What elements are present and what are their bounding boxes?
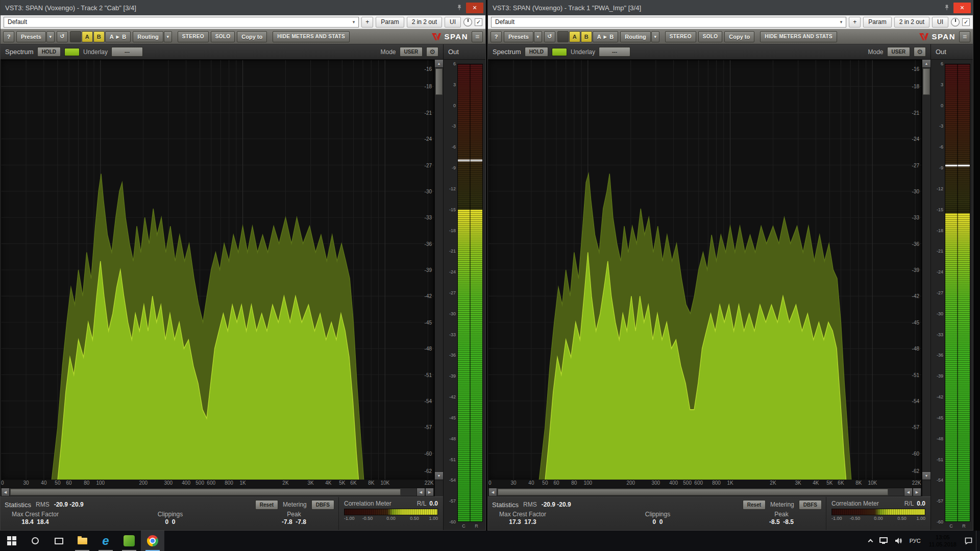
vscroll-thumb[interactable] <box>435 68 443 95</box>
language-indicator[interactable]: РУС <box>906 531 924 551</box>
undo-icon[interactable]: ↺ <box>57 31 68 42</box>
undo-icon[interactable]: ↺ <box>544 31 555 42</box>
pin-icon[interactable] <box>456 5 462 11</box>
horizontal-scrollbar[interactable]: ◀ ◀ ▶ <box>488 488 922 496</box>
green-app-button[interactable] <box>117 531 141 551</box>
show-desktop-strip[interactable] <box>976 531 980 551</box>
routing-dropdown-button[interactable]: ▾ <box>651 31 659 42</box>
scroll-up-icon[interactable]: ▲ <box>922 60 930 68</box>
horizontal-scrollbar[interactable]: ◀ ◀ ▶ <box>1 488 434 496</box>
presets-button[interactable]: Presets <box>16 31 46 42</box>
file-explorer-button[interactable] <box>70 531 94 551</box>
add-preset-button[interactable]: + <box>849 17 861 28</box>
wet-knob[interactable] <box>463 18 472 27</box>
dbfs-button[interactable]: DBFS <box>311 500 334 510</box>
b-button[interactable]: B <box>93 31 105 42</box>
param-button[interactable]: Param <box>376 17 404 28</box>
routing-dropdown-button[interactable]: ▾ <box>164 31 172 42</box>
ui-button[interactable]: UI <box>445 17 461 28</box>
b-button[interactable]: B <box>581 31 592 42</box>
preset-combo[interactable]: Default ▾ <box>491 17 846 28</box>
scroll-left-icon[interactable]: ◀ <box>488 488 497 496</box>
a-button[interactable]: A <box>82 31 93 42</box>
presets-dropdown-button[interactable]: ▾ <box>46 31 55 42</box>
add-preset-button[interactable]: + <box>361 17 373 28</box>
solo-button[interactable]: SOLO <box>698 31 723 42</box>
solo-button[interactable]: SOLO <box>211 31 235 42</box>
edge-button[interactable]: e <box>94 531 117 551</box>
mode-select-button[interactable]: USER <box>887 47 911 57</box>
scroll-left-icon[interactable]: ◀ <box>1 488 10 496</box>
clock[interactable]: 13:05 11.05.2018 <box>924 531 961 551</box>
vscroll-track[interactable] <box>922 95 930 471</box>
vscroll-thumb[interactable] <box>923 68 930 95</box>
bypass-checkbox[interactable]: ✓ <box>962 18 970 26</box>
hide-meters-button[interactable]: HIDE METERS AND STATS <box>273 31 350 42</box>
window-titlebar[interactable]: VST3: SPAN (Voxengo) - Track 2 "Cab" [3/… <box>1 0 485 15</box>
output-level-meter[interactable] <box>945 64 970 522</box>
zoom-left-icon[interactable]: ◀ <box>904 488 913 496</box>
ui-button[interactable]: UI <box>932 17 948 28</box>
spectrum-color-swatch[interactable] <box>64 48 80 56</box>
search-button[interactable] <box>23 531 47 551</box>
reset-button[interactable]: Reset <box>255 500 278 510</box>
wet-knob[interactable] <box>951 18 960 27</box>
ab-toggle-button[interactable] <box>557 31 569 42</box>
copy-to-button[interactable]: Copy to <box>724 31 754 42</box>
routing-button[interactable]: Routing <box>133 31 163 42</box>
mode-select-button[interactable]: USER <box>400 47 423 57</box>
close-button[interactable]: × <box>466 3 483 13</box>
start-button[interactable] <box>0 531 23 551</box>
param-button[interactable]: Param <box>863 17 891 28</box>
presets-button[interactable]: Presets <box>504 31 533 42</box>
vertical-scrollbar[interactable]: ▲ ▼ <box>435 60 443 480</box>
menu-icon[interactable]: ≡ <box>959 31 970 42</box>
zoom-left-icon[interactable]: ◀ <box>416 488 425 496</box>
spectrum-display[interactable]: -16-18-21-24-27-30-33-36-39-42-45-48-51-… <box>488 60 922 480</box>
tray-expand-button[interactable] <box>865 531 876 551</box>
scroll-down-icon[interactable]: ▼ <box>922 471 930 480</box>
a-button[interactable]: A <box>569 31 580 42</box>
volume-tray-button[interactable] <box>891 531 906 551</box>
reset-button[interactable]: Reset <box>743 500 766 510</box>
hold-button[interactable]: HOLD <box>37 47 61 57</box>
underlay-select-button[interactable]: --- <box>599 47 630 57</box>
help-button[interactable]: ? <box>491 31 502 42</box>
menu-icon[interactable]: ≡ <box>472 31 483 42</box>
dbfs-button[interactable]: DBFS <box>799 500 822 510</box>
chrome-button[interactable] <box>141 531 164 551</box>
hide-meters-button[interactable]: HIDE METERS AND STATS <box>760 31 837 42</box>
spectrum-color-swatch[interactable] <box>552 48 567 56</box>
presets-dropdown-button[interactable]: ▾ <box>534 31 542 42</box>
scroll-right-icon[interactable]: ▶ <box>425 488 434 496</box>
bypass-checkbox[interactable]: ✓ <box>475 18 482 26</box>
routing-button[interactable]: Routing <box>620 31 651 42</box>
scroll-up-icon[interactable]: ▲ <box>435 60 443 68</box>
help-button[interactable]: ? <box>3 31 14 42</box>
scroll-down-icon[interactable]: ▼ <box>435 471 443 480</box>
copy-to-button[interactable]: Copy to <box>237 31 267 42</box>
stereo-button[interactable]: STEREO <box>665 31 696 42</box>
gear-icon[interactable]: ⚙ <box>426 47 438 57</box>
window-titlebar[interactable]: VST3: SPAN (Voxengo) - Track 1 "PWA_Imp"… <box>488 0 973 15</box>
spectrum-display[interactable]: -16-18-21-24-27-30-33-36-39-42-45-48-51-… <box>1 60 434 480</box>
display-tray-button[interactable] <box>876 531 891 551</box>
close-button[interactable]: × <box>953 3 971 13</box>
task-view-button[interactable] <box>47 531 70 551</box>
a-to-b-button[interactable]: A ► B <box>593 31 618 42</box>
a-to-b-button[interactable]: A ► B <box>105 31 131 42</box>
scroll-right-icon[interactable]: ▶ <box>913 488 921 496</box>
stereo-button[interactable]: STEREO <box>178 31 209 42</box>
pin-icon[interactable] <box>944 5 950 11</box>
io-button[interactable]: 2 in 2 out <box>894 17 929 28</box>
notifications-button[interactable] <box>961 531 976 551</box>
vertical-scrollbar[interactable]: ▲ ▼ <box>922 60 930 480</box>
hscroll-thumb[interactable] <box>10 489 401 495</box>
io-button[interactable]: 2 in 2 out <box>407 17 442 28</box>
preset-combo[interactable]: Default ▾ <box>4 17 359 28</box>
hscroll-thumb[interactable] <box>498 489 888 495</box>
underlay-select-button[interactable]: --- <box>111 47 143 57</box>
vscroll-track[interactable] <box>435 95 443 471</box>
output-level-meter[interactable] <box>457 64 483 522</box>
hold-button[interactable]: HOLD <box>525 47 548 57</box>
